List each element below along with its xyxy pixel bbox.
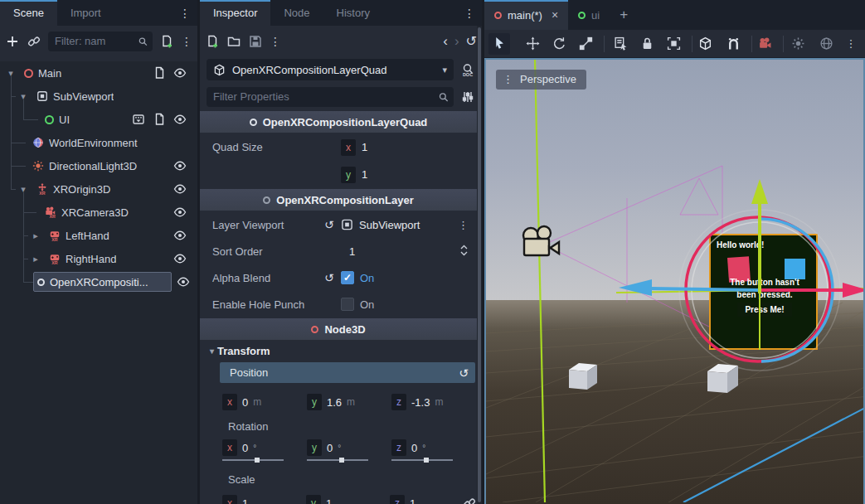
rotation-z-slider[interactable] bbox=[391, 459, 453, 461]
alpha-blend-checkbox[interactable]: ✓ bbox=[341, 271, 354, 284]
tree-row-worldenvironment[interactable]: WorldEnvironment bbox=[0, 131, 197, 154]
tab-scene[interactable]: Scene bbox=[0, 0, 57, 26]
sort-order-field[interactable]: 1 bbox=[349, 245, 355, 258]
visibility-toggle[interactable] bbox=[173, 65, 187, 80]
tree-row-lefthand[interactable]: ▸ XR LeftHand bbox=[0, 224, 197, 247]
layer-viewport-value[interactable]: SubViewport bbox=[359, 219, 420, 231]
property-filter-input[interactable] bbox=[213, 90, 438, 103]
lock-node-button[interactable] bbox=[636, 33, 658, 55]
snap-toggle-button[interactable] bbox=[722, 33, 744, 55]
save-resource-button[interactable] bbox=[248, 34, 263, 49]
revert-icon[interactable]: ↺ bbox=[324, 218, 341, 231]
position-x-field[interactable]: 0 bbox=[242, 396, 248, 409]
script-button[interactable] bbox=[152, 65, 167, 80]
select-tool-button[interactable] bbox=[488, 33, 510, 55]
box-mesh-right[interactable] bbox=[707, 364, 738, 393]
rotate-tool-button[interactable] bbox=[548, 33, 570, 55]
quad-size-y-field[interactable]: 1 bbox=[362, 168, 367, 181]
history-forward-button[interactable]: › bbox=[454, 33, 459, 50]
move-tool-button[interactable] bbox=[522, 33, 543, 55]
group-node-button[interactable] bbox=[663, 33, 684, 55]
visibility-toggle[interactable] bbox=[173, 112, 187, 127]
axis-y-badge: y bbox=[307, 439, 322, 456]
viewport-canvas[interactable]: Hello world! The button hasn't been pres… bbox=[484, 58, 865, 504]
instance-options-button[interactable] bbox=[131, 112, 146, 127]
hole-punch-checkbox[interactable] bbox=[341, 298, 354, 311]
box-mesh-left[interactable] bbox=[569, 363, 597, 390]
visibility-toggle[interactable] bbox=[173, 228, 187, 243]
load-resource-button[interactable] bbox=[226, 34, 241, 49]
close-icon[interactable]: × bbox=[552, 8, 558, 22]
quad-size-x-field[interactable]: 1 bbox=[362, 141, 367, 153]
camera-gizmo-icon[interactable] bbox=[523, 226, 559, 255]
visibility-toggle[interactable] bbox=[173, 182, 187, 196]
rotation-y-slider[interactable] bbox=[307, 459, 368, 461]
add-node-button[interactable] bbox=[5, 34, 20, 49]
tree-node-label: Main bbox=[38, 67, 61, 80]
tab-import[interactable]: Import bbox=[57, 0, 114, 26]
tab-inspector[interactable]: Inspector bbox=[200, 0, 270, 26]
rotation-x-field[interactable]: 0 bbox=[242, 442, 248, 454]
open-docs-button[interactable]: DOC bbox=[460, 62, 475, 77]
tree-row-xrorigin3d[interactable]: ▾ XR XROrigin3D bbox=[0, 177, 197, 201]
category-openxrcompositionlayerquad[interactable]: OpenXRCompositionLayerQuad bbox=[200, 111, 477, 133]
tree-row-righthand[interactable]: ▸ XR RightHand bbox=[0, 247, 197, 270]
object-history-button[interactable]: ↺ bbox=[466, 33, 477, 49]
rotation-x-slider[interactable] bbox=[222, 459, 284, 461]
tab-node[interactable]: Node bbox=[270, 0, 323, 26]
node-type-selector[interactable]: OpenXRCompositionLayerQuad ▾ bbox=[207, 59, 454, 80]
instantiate-scene-button[interactable] bbox=[27, 34, 41, 49]
tree-row-directionallight3d[interactable]: DirectionalLight3D bbox=[0, 154, 197, 177]
scene-tab-main[interactable]: main(*) × bbox=[484, 0, 568, 30]
viewport-options-button[interactable]: ⋮ bbox=[458, 219, 469, 231]
scene-tree-menu-button[interactable]: ⋮ bbox=[181, 36, 192, 47]
scene-filter-input[interactable] bbox=[55, 35, 138, 47]
scale-y-field[interactable]: 1 bbox=[326, 497, 332, 504]
visibility-toggle[interactable] bbox=[176, 274, 191, 289]
scene-tab-ui[interactable]: ui bbox=[568, 0, 610, 30]
visibility-toggle[interactable] bbox=[173, 205, 187, 220]
preview-environment-button[interactable] bbox=[815, 33, 837, 55]
visibility-toggle[interactable] bbox=[173, 251, 187, 266]
rotation-z-field[interactable]: 0 bbox=[411, 442, 417, 454]
tree-row-main[interactable]: ▾ Main bbox=[0, 61, 197, 85]
scene-dock-menu-button[interactable]: ⋮ bbox=[173, 0, 197, 26]
mesh-gizmo-button[interactable] bbox=[694, 33, 716, 55]
y-axis-line bbox=[535, 60, 545, 502]
property-position-header[interactable]: Position ↺ bbox=[220, 362, 475, 383]
script-button[interactable] bbox=[152, 112, 167, 127]
perspective-menu-button[interactable]: ⋮ Perspective bbox=[496, 70, 586, 90]
revert-icon[interactable]: ↺ bbox=[324, 271, 341, 284]
visibility-toggle[interactable] bbox=[173, 158, 187, 173]
tab-inspector-label: Inspector bbox=[213, 7, 257, 19]
new-resource-button[interactable] bbox=[205, 34, 220, 49]
rotation-y-field[interactable]: 0 bbox=[327, 442, 333, 454]
tree-node-label: XROrigin3D bbox=[53, 183, 110, 196]
scale-z-field[interactable]: 1 bbox=[410, 497, 415, 504]
sort-order-spinner[interactable] bbox=[459, 245, 469, 259]
axis-x-badge: x bbox=[222, 495, 237, 504]
attach-script-button[interactable] bbox=[159, 34, 174, 49]
property-tools-button[interactable] bbox=[460, 90, 475, 104]
category-openxrcompositionlayer[interactable]: OpenXRCompositionLayer bbox=[200, 189, 477, 211]
position-z-field[interactable]: -1.3 bbox=[411, 396, 430, 409]
viewport-menu-button[interactable]: ⋮ bbox=[840, 33, 862, 55]
tree-row-subviewport[interactable]: ▾ SubViewport bbox=[0, 85, 197, 108]
position-y-field[interactable]: 1.6 bbox=[327, 396, 342, 409]
tab-history[interactable]: History bbox=[323, 0, 383, 26]
chevron-right-icon[interactable]: ▸ bbox=[30, 254, 41, 264]
inspector-menu-button[interactable]: ⋮ bbox=[457, 0, 482, 26]
camera-preview-button[interactable] bbox=[754, 33, 775, 55]
chevron-right-icon[interactable]: ▸ bbox=[30, 230, 41, 241]
category-node3d[interactable]: Node3D bbox=[200, 318, 477, 340]
resource-menu-button[interactable]: ⋮ bbox=[270, 36, 281, 47]
scale-x-field[interactable]: 1 bbox=[242, 497, 248, 504]
transform-group-header[interactable]: ▾ Transform bbox=[200, 341, 477, 361]
inspector-scrollbar[interactable] bbox=[477, 26, 482, 504]
list-select-button[interactable] bbox=[610, 33, 631, 55]
revert-icon[interactable]: ↺ bbox=[459, 366, 469, 380]
new-scene-tab-button[interactable]: + bbox=[610, 0, 638, 30]
preview-sun-button[interactable] bbox=[787, 33, 809, 55]
history-back-button[interactable]: ‹ bbox=[443, 33, 448, 50]
scale-tool-button[interactable] bbox=[575, 33, 596, 55]
